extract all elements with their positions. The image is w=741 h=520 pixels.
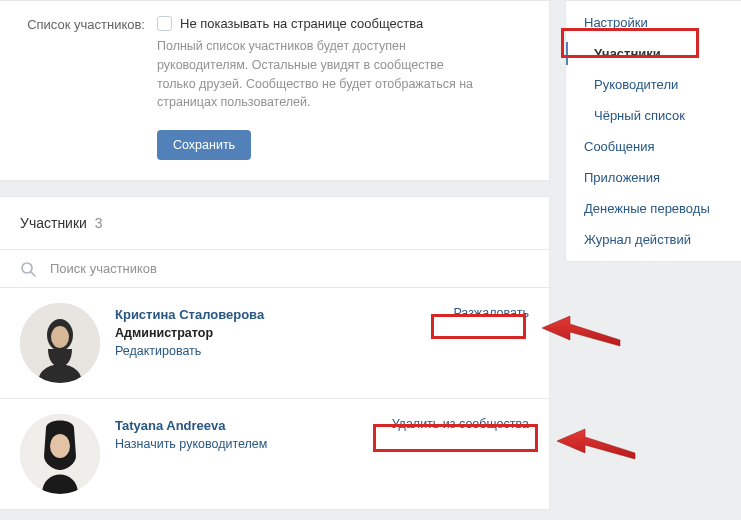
remove-link[interactable]: Удалить из сообщества <box>392 417 529 431</box>
settings-sidebar: Настройки Участники Руководители Чёрный … <box>565 0 741 262</box>
svg-point-7 <box>50 434 70 458</box>
member-row: Tatyana Andreeva Назначить руководителем… <box>0 398 549 509</box>
hide-members-checkbox-label: Не показывать на странице сообщества <box>180 16 423 31</box>
members-list-label: Список участников: <box>20 16 157 160</box>
annotation-arrow-icon <box>555 423 640 463</box>
sidebar-item-transfers[interactable]: Денежные переводы <box>566 193 741 224</box>
annotation-arrow-icon <box>540 310 625 350</box>
sidebar-item-log[interactable]: Журнал действий <box>566 224 741 255</box>
sidebar-item-messages[interactable]: Сообщения <box>566 131 741 162</box>
sidebar-item-settings[interactable]: Настройки <box>566 7 741 38</box>
member-row: Кристина Сталоверова Администратор Редак… <box>0 287 549 398</box>
save-button[interactable]: Сохранить <box>157 130 251 160</box>
hide-members-description: Полный список участников будет доступен … <box>157 37 477 112</box>
settings-panel: Список участников: Не показывать на стра… <box>0 0 550 181</box>
members-search[interactable] <box>0 249 549 287</box>
members-count: 3 <box>95 215 103 231</box>
sidebar-item-blacklist[interactable]: Чёрный список <box>566 100 741 131</box>
assign-admin-link[interactable]: Назначить руководителем <box>115 437 529 451</box>
hide-members-checkbox[interactable] <box>157 16 172 31</box>
members-title: Участники <box>20 215 87 231</box>
members-header: Участники 3 <box>0 197 549 249</box>
svg-point-4 <box>51 326 69 348</box>
sidebar-item-managers[interactable]: Руководители <box>566 69 741 100</box>
svg-line-1 <box>31 272 35 276</box>
sidebar-item-apps[interactable]: Приложения <box>566 162 741 193</box>
avatar[interactable] <box>20 303 100 383</box>
sidebar-item-members[interactable]: Участники <box>566 38 741 69</box>
member-role: Администратор <box>115 326 529 340</box>
demote-link[interactable]: Разжаловать <box>453 306 529 320</box>
search-input[interactable] <box>48 260 529 277</box>
search-icon <box>20 261 36 277</box>
avatar[interactable] <box>20 414 100 494</box>
edit-link[interactable]: Редактировать <box>115 344 529 358</box>
members-panel: Участники 3 Кристина Сталоверова Админис… <box>0 196 550 510</box>
